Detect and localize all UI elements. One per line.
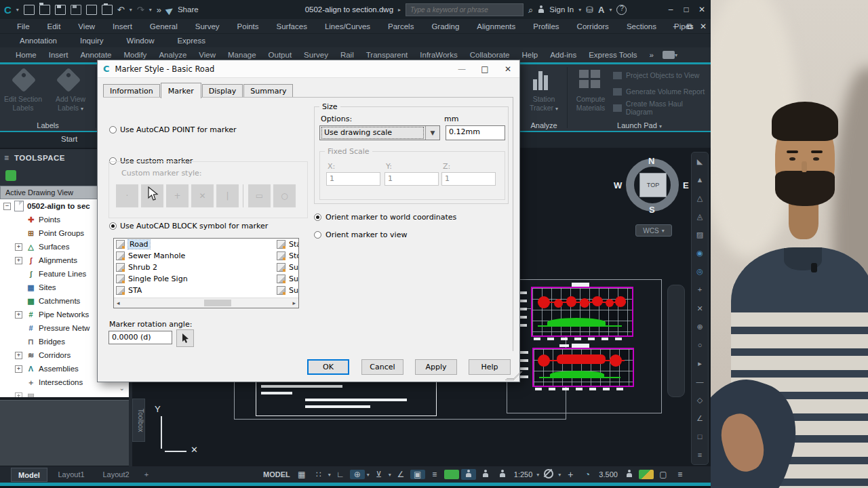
tab-information[interactable]: Information xyxy=(103,84,160,98)
expand-icon[interactable]: + xyxy=(15,243,22,251)
expand-icon[interactable]: + xyxy=(15,365,22,373)
viewcube-south[interactable]: S xyxy=(649,205,655,215)
save-icon[interactable] xyxy=(55,5,66,15)
radio-autocad-point[interactable] xyxy=(109,126,117,134)
ribbon-tab-overflow-icon[interactable]: » xyxy=(644,51,660,59)
app-logo-icon[interactable]: C xyxy=(4,5,12,15)
customization-menu-icon[interactable]: ≡ xyxy=(673,470,688,479)
ribbon-tab-transparent[interactable]: Transparent xyxy=(360,51,414,59)
nav-sphere-icon[interactable]: ◎ xyxy=(696,268,703,275)
maximize-button[interactable]: □ xyxy=(679,5,694,14)
scroll-thumb[interactable] xyxy=(204,300,231,306)
polar-caret-icon[interactable]: ▾ xyxy=(367,472,370,478)
redo-icon[interactable]: ↷ xyxy=(137,5,144,14)
ribbon-tab-insert[interactable]: Insert xyxy=(43,51,75,59)
radio-orient-world-label[interactable]: Orient marker to world coordinates xyxy=(326,213,456,222)
nav-hook-icon[interactable]: ◇ xyxy=(697,396,703,404)
search-input[interactable] xyxy=(406,3,524,16)
grid-toggle-icon[interactable]: ▦ xyxy=(294,470,309,479)
menu-sections[interactable]: Sections xyxy=(618,22,665,30)
menu-general[interactable]: General xyxy=(141,22,186,30)
qat-overflow-icon[interactable]: » xyxy=(157,5,161,14)
annotation-scale-icon[interactable] xyxy=(495,469,510,480)
menu-points[interactable]: Points xyxy=(229,22,268,30)
a-caret-icon[interactable]: ▾ xyxy=(609,7,612,13)
doc-close-button[interactable]: ✕ xyxy=(696,22,711,31)
nav-pen-icon[interactable]: ≡ xyxy=(698,451,702,459)
nav-globe-icon[interactable]: ◉ xyxy=(696,249,703,257)
help-button[interactable]: Help xyxy=(469,359,511,375)
scale-caret-icon[interactable]: ▾ xyxy=(536,472,539,478)
dialog-close-button[interactable]: ✕ xyxy=(496,64,519,74)
menu-corridors[interactable]: Corridors xyxy=(568,22,618,30)
viewcube-east[interactable]: E xyxy=(683,180,689,190)
signin-caret-icon[interactable]: ▾ xyxy=(578,7,581,13)
list-item[interactable]: STA Sup xyxy=(114,285,298,296)
list-item[interactable]: Single Pole Sign Sup xyxy=(114,273,298,285)
add-view-labels-button[interactable]: Add ViewLabels ▾ xyxy=(49,95,92,113)
viewcube-north[interactable]: N xyxy=(648,156,654,166)
dropdown-chevron-icon[interactable]: ▼ xyxy=(425,126,439,140)
nav-square-icon[interactable]: □ xyxy=(698,433,703,441)
osnap-tracking-icon[interactable]: ∠ xyxy=(393,470,408,479)
scroll-left-icon[interactable]: ◂ xyxy=(114,300,120,306)
dialog-maximize-button[interactable]: □ xyxy=(473,64,496,74)
radio-block-symbol[interactable] xyxy=(109,222,117,230)
isodraft-icon[interactable]: ⊻ xyxy=(372,470,387,479)
cancel-button[interactable]: Cancel xyxy=(361,359,403,375)
ribbon-display-caret-icon[interactable]: ▾ xyxy=(675,52,677,58)
ribbon-tab-rail[interactable]: Rail xyxy=(334,51,360,59)
nav-curve-icon[interactable]: ∠ xyxy=(696,415,703,422)
start-tab[interactable]: Start xyxy=(61,135,77,143)
rotation-angle-input[interactable]: 0.0000 (d) xyxy=(108,331,172,344)
expand-icon[interactable]: + xyxy=(15,352,22,359)
doc-minimize-button[interactable]: – xyxy=(668,22,683,31)
tree-node-partial[interactable]: +▤ xyxy=(0,389,129,397)
nav-select-icon[interactable]: ⊕ xyxy=(696,323,703,331)
compute-materials-button[interactable]: ComputeMaterials xyxy=(568,95,613,113)
nav-rotate-icon[interactable]: ✕ xyxy=(696,305,703,312)
lineweight-icon[interactable]: ≡ xyxy=(427,470,442,479)
list-hscrollbar[interactable]: ◂ ▸ xyxy=(114,298,298,308)
nav-zoom-icon[interactable]: △ xyxy=(697,195,703,202)
nav-magnifier-icon[interactable]: ○ xyxy=(698,342,703,349)
expand-icon[interactable]: + xyxy=(15,392,22,398)
dynamic-input-icon[interactable]: ▣ xyxy=(410,470,425,479)
signin-button[interactable]: Sign In xyxy=(549,5,574,14)
edit-section-labels-button[interactable]: Edit SectionLabels xyxy=(1,95,45,113)
ribbon-tab-modify[interactable]: Modify xyxy=(118,51,153,59)
nav-showmotion-icon[interactable]: ▨ xyxy=(696,231,703,239)
viewcube-west[interactable]: W xyxy=(614,180,622,190)
toolbox-tab[interactable]: Toolbox xyxy=(132,399,145,442)
isolate-objects-icon[interactable]: ◔ xyxy=(580,470,595,479)
clean-screen-icon[interactable]: ▢ xyxy=(656,470,671,479)
menu-surfaces[interactable]: Surfaces xyxy=(268,22,316,30)
ok-button[interactable]: OK xyxy=(307,359,349,375)
expand-icon[interactable]: + xyxy=(15,311,22,319)
help-icon[interactable]: ? xyxy=(616,5,627,15)
list-item[interactable]: Shrub 2 Sup xyxy=(114,262,298,273)
snap-caret-icon[interactable]: ▾ xyxy=(328,472,331,478)
radio-block-symbol-label[interactable]: Use AutoCAD BLOCK symbol for marker xyxy=(120,222,268,230)
ribbon-tab-view[interactable]: View xyxy=(193,51,222,59)
menu-express[interactable]: Express xyxy=(165,37,217,45)
viewcube-top-face[interactable]: TOP xyxy=(639,173,667,197)
plot-icon[interactable] xyxy=(86,5,97,15)
radio-autocad-point-label[interactable]: Use AutoCAD POINT for marker xyxy=(120,125,237,134)
nav-move-icon[interactable]: + xyxy=(698,286,702,293)
pick-rotation-button[interactable] xyxy=(176,329,194,347)
snap-toggle-icon[interactable]: ∷ xyxy=(311,470,326,479)
menu-survey[interactable]: Survey xyxy=(186,22,229,30)
nav-fullnav-wheel-icon[interactable]: ◣ xyxy=(697,158,703,165)
open-file-icon[interactable] xyxy=(39,5,50,15)
doc-restore-button[interactable]: ⧉ xyxy=(682,22,697,31)
gear-caret-icon[interactable]: ▾ xyxy=(558,472,561,478)
item-view-toggle-icon[interactable] xyxy=(5,170,16,181)
ribbon-tab-addins[interactable]: Add-ins xyxy=(544,51,583,59)
menu-window[interactable]: Window xyxy=(115,37,166,45)
menu-edit[interactable]: Edit xyxy=(39,22,70,30)
menu-parcels[interactable]: Parcels xyxy=(379,22,422,30)
save-as-icon[interactable] xyxy=(71,5,81,15)
nav-orbit-icon[interactable]: ◬ xyxy=(697,213,703,220)
ribbon-tab-annotate[interactable]: Annotate xyxy=(74,51,117,59)
